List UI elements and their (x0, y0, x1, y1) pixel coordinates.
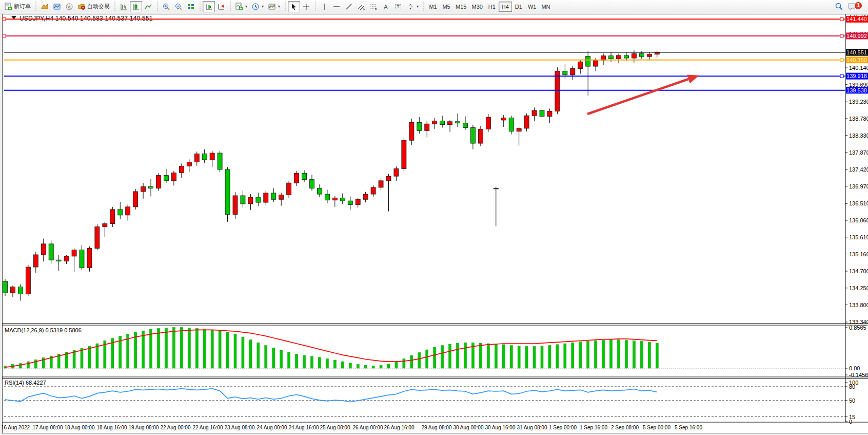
timeframe-button-H1[interactable]: H1 (485, 2, 499, 12)
toolbar-separator (228, 2, 232, 12)
fibonacci-button[interactable]: F (367, 1, 380, 12)
svg-text:T: T (397, 4, 400, 9)
channel-button[interactable]: E (355, 1, 367, 12)
clock-icon (251, 3, 260, 11)
timeframe-button-D1[interactable]: D1 (512, 2, 525, 12)
cursor-button[interactable] (288, 1, 300, 12)
toolbar-separator (422, 2, 425, 12)
horizontal-line-icon (332, 3, 341, 11)
chart-window[interactable] (2, 14, 868, 433)
chevron-down-icon: ▾ (417, 4, 419, 9)
timeframe-button-W1[interactable]: W1 (525, 2, 539, 12)
auto-scroll-button[interactable] (203, 1, 215, 12)
market-watch-button[interactable] (38, 1, 51, 12)
one-click-trading-toggle-icon[interactable] (11, 16, 16, 20)
crosshair-icon (302, 3, 310, 11)
horizontal-line-button[interactable] (330, 1, 343, 12)
timeframe-group: M1M5M15M30H1H4D1W1MN (426, 2, 553, 12)
bar-chart-icon (120, 3, 128, 11)
timeframe-button-MN[interactable]: MN (539, 2, 553, 12)
candlestick-chart-button[interactable] (130, 1, 142, 12)
signals-icon: q (65, 3, 73, 11)
toolbar: 新订单 q 自动交易 (0, 0, 868, 13)
label-button[interactable]: T (392, 1, 404, 12)
bar-chart-button[interactable] (117, 1, 130, 12)
zoom-in-button[interactable] (160, 1, 172, 12)
chat-button[interactable]: 1 (845, 1, 859, 12)
line-chart-icon (144, 3, 152, 11)
channel-icon: E (357, 3, 365, 11)
search-button[interactable] (833, 1, 845, 12)
svg-text:A: A (384, 4, 388, 10)
autotrading-icon (77, 3, 86, 11)
search-icon (835, 2, 843, 11)
svg-text:q: q (68, 5, 70, 9)
data-window-button[interactable] (51, 1, 63, 12)
vertical-line-icon (320, 3, 328, 11)
auto-scroll-icon (205, 3, 213, 11)
svg-text:E: E (363, 7, 365, 10)
svg-text:F: F (375, 8, 377, 11)
new-order-label: 新订单 (14, 3, 31, 10)
line-chart-button[interactable] (142, 1, 154, 12)
trendline-icon (345, 3, 353, 11)
chevron-down-icon: ▾ (245, 4, 247, 9)
indicators-icon (235, 3, 243, 11)
candlestick-chart-icon (132, 3, 140, 11)
templates-button[interactable]: ▾ (266, 1, 282, 12)
zoom-out-icon (174, 3, 183, 11)
chat-badge: 1 (855, 2, 862, 9)
market-watch-icon (41, 3, 49, 11)
autotrading-label: 自动交易 (87, 3, 110, 10)
label-icon: T (394, 3, 402, 11)
chart-title: USDJPY,H4 140.540 140.583 140.537 140.55… (19, 15, 153, 22)
toolbar-separator (313, 2, 317, 12)
toolbar-separator (283, 2, 287, 12)
templates-icon (268, 3, 276, 11)
text-button[interactable]: A (380, 1, 392, 12)
timeframe-button-M30[interactable]: M30 (469, 2, 485, 12)
new-order-icon (4, 3, 12, 11)
arrows-icon (406, 3, 415, 11)
cursor-icon (290, 3, 298, 11)
vertical-line-button[interactable] (318, 1, 330, 12)
periods-button[interactable]: ▾ (249, 1, 266, 12)
tile-windows-button[interactable] (185, 1, 197, 12)
arrows-button[interactable]: ▾ (404, 1, 421, 12)
text-icon: A (382, 3, 390, 11)
chart-shift-button[interactable] (215, 1, 227, 12)
signals-button[interactable]: q (63, 1, 75, 12)
data-window-icon (53, 3, 61, 11)
autotrading-button[interactable]: 自动交易 (75, 1, 112, 12)
toolbar-separator (113, 2, 116, 12)
chart-shift-icon (217, 3, 225, 11)
indicators-button[interactable]: ▾ (233, 1, 249, 12)
timeframe-button-M5[interactable]: M5 (440, 2, 453, 12)
new-order-button[interactable]: 新订单 (2, 1, 33, 12)
fibonacci-icon: F (369, 3, 378, 11)
chevron-down-icon: ▾ (262, 4, 264, 9)
timeframe-button-M1[interactable]: M1 (426, 2, 440, 12)
tile-windows-icon (187, 3, 195, 11)
zoom-out-button[interactable] (172, 1, 185, 12)
zoom-in-icon (162, 3, 170, 11)
timeframe-button-H4[interactable]: H4 (499, 2, 512, 12)
toolbar-separator (155, 2, 159, 12)
toolbar-separator (34, 2, 37, 12)
macd-indicator-label: MACD(12,26,9) 0.5319 0.5806 (5, 327, 82, 333)
trendline-button[interactable] (343, 1, 355, 12)
chevron-down-icon: ▾ (278, 4, 280, 9)
toolbar-separator (198, 2, 202, 12)
rsi-indicator-label: RSI(14) 68.4227 (5, 380, 46, 386)
crosshair-button[interactable] (300, 1, 312, 12)
timeframe-button-M15[interactable]: M15 (453, 2, 469, 12)
